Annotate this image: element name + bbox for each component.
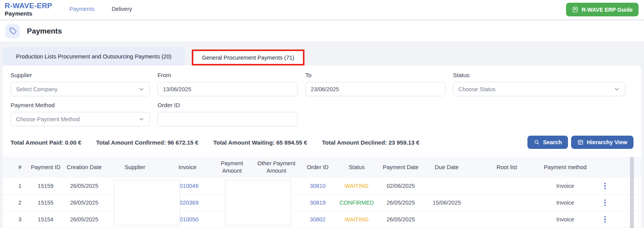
supplier-select-value: Select Company: [16, 86, 57, 92]
col-header-root-list: Root list: [470, 164, 544, 171]
payment-method-label: Payment Method: [11, 102, 150, 108]
total-waiting-value: 65 894.55 €: [276, 139, 307, 146]
order-id-field-group: Order ID: [157, 102, 298, 126]
vertical-scrollbar[interactable]: [630, 157, 634, 228]
total-declined-value: 23 959.13 €: [389, 139, 419, 146]
payment-date-cell: 26/05/2025: [378, 216, 424, 223]
content-card: Supplier Select Company From To Status C…: [3, 65, 641, 228]
total-paid-label: Total Amount Paid:: [11, 139, 64, 146]
table-row: 3 15154 26/05/2025 0010050 30802 WAITING…: [3, 211, 641, 228]
logo-subtitle: Payments: [5, 11, 52, 17]
table-grid-icon: [577, 139, 584, 145]
total-amount-waiting: Total Amount Waiting:65 894.55 €: [213, 139, 309, 146]
col-header-status: Status: [336, 164, 378, 171]
status-badge: WAITING: [336, 182, 378, 190]
tab-production-lists-payments[interactable]: Production Lists Procurement and Outsour…: [3, 47, 185, 65]
to-field-group: To: [305, 72, 446, 96]
status-label: Status: [453, 72, 625, 78]
tag-icon: [9, 27, 17, 35]
col-header-payment-id: Payment ID: [28, 164, 63, 171]
erp-guide-button[interactable]: R-WAVE ERP Guide: [566, 3, 639, 16]
app-header: R-WAVE-ERP Payments Payments Delivery R-…: [0, 0, 644, 19]
col-header-due-date: Due Date: [424, 164, 470, 171]
nav-item-payments[interactable]: Payments: [69, 6, 94, 12]
payment-method-select-value: Choose Payment Method: [16, 116, 80, 122]
order-id-label: Order ID: [157, 102, 298, 108]
total-amount-confirmed: Total Amount Confirmed:96 672.15 €: [96, 139, 200, 146]
total-waiting-label: Total Amount Waiting:: [213, 139, 275, 146]
from-field-group: From: [157, 72, 298, 96]
chevron-down-icon: [138, 116, 145, 122]
search-button-label: Search: [543, 139, 562, 145]
kebab-menu-icon[interactable]: [603, 181, 607, 191]
order-id-link[interactable]: 30819: [300, 199, 336, 207]
table-header-row: # Payment ID Creation Date Supplier Invo…: [3, 157, 641, 178]
col-header-index: #: [11, 164, 28, 171]
status-field-group: Status Choose Status: [453, 72, 625, 96]
col-header-payment-method: Payment method: [544, 164, 587, 171]
col-header-order-id: Order ID: [300, 164, 336, 171]
payment-method-cell: Invoice: [544, 216, 587, 223]
payment-id-cell: 15159: [28, 182, 63, 190]
col-header-payment-amount: Payment Amount: [211, 160, 253, 175]
page-title: Payments: [27, 27, 62, 35]
creation-date-cell: 26/05/2025: [63, 199, 106, 207]
hierarchy-view-button[interactable]: Hierarchy View: [571, 136, 633, 149]
search-icon: [534, 139, 540, 145]
tag-icon-box: [5, 24, 20, 39]
due-date-cell: 15/06/2025: [424, 199, 470, 207]
chevron-down-icon: [138, 86, 145, 92]
order-id-link[interactable]: 30810: [300, 182, 336, 190]
row-index: 1: [11, 182, 28, 190]
total-amount-paid: Total Amount Paid:0.00 €: [11, 139, 83, 146]
filters-form: Supplier Select Company From To Status C…: [3, 72, 641, 126]
status-select-value: Choose Status: [458, 86, 495, 92]
row-index: 2: [11, 199, 28, 207]
nav-item-delivery[interactable]: Delivery: [111, 6, 132, 12]
total-confirmed-label: Total Amount Confirmed:: [96, 139, 166, 146]
payment-method-cell: Invoice: [544, 199, 587, 207]
supplier-select[interactable]: Select Company: [11, 82, 150, 96]
payment-id-cell: 15154: [28, 216, 63, 223]
from-date-input[interactable]: [157, 82, 298, 96]
payment-method-field-group: Payment Method Choose Payment Method: [11, 102, 150, 126]
supplier-label: Supplier: [11, 72, 150, 78]
status-badge: WAITING: [336, 216, 378, 223]
row-index: 3: [11, 216, 28, 223]
col-header-invoice: Invoice: [164, 164, 211, 171]
kebab-menu-icon[interactable]: [603, 198, 607, 208]
col-header-supplier: Supplier: [106, 164, 164, 171]
table-row: 1 15159 26/05/2025 0010046 30810 WAITING…: [3, 178, 641, 194]
creation-date-cell: 26/05/2025: [63, 216, 106, 223]
totals-summary: Total Amount Paid:0.00 € Total Amount Co…: [11, 139, 421, 146]
col-header-creation-date: Creation Date: [63, 164, 106, 171]
chevron-down-icon: [614, 86, 620, 92]
from-label: From: [157, 72, 298, 78]
to-date-input[interactable]: [305, 82, 446, 96]
totals-row: Total Amount Paid:0.00 € Total Amount Co…: [3, 126, 641, 149]
status-badge: CONFIRMED: [336, 199, 378, 207]
main-nav: Payments Delivery: [69, 6, 132, 12]
search-button[interactable]: Search: [527, 136, 568, 149]
col-header-payment-date: Payment Date: [378, 164, 424, 171]
tab-bar: Production Lists Procurement and Outsour…: [3, 47, 641, 65]
to-label: To: [305, 72, 446, 78]
col-header-other-payment-amount: Other Payment Amount: [253, 160, 300, 175]
app-logo[interactable]: R-WAVE-ERP Payments: [5, 2, 52, 17]
book-icon: [572, 6, 579, 13]
payment-date-cell: 02/06/2025: [378, 182, 424, 190]
supplier-field-group: Supplier Select Company: [11, 72, 150, 96]
payment-id-cell: 15155: [28, 199, 63, 207]
payment-date-cell: 26/05/2025: [378, 199, 424, 207]
action-buttons: Search Hierarchy View: [527, 136, 633, 149]
order-id-link[interactable]: 30802: [300, 216, 336, 223]
status-select[interactable]: Choose Status: [453, 82, 625, 96]
total-paid-value: 0.00 €: [65, 139, 81, 146]
kebab-menu-icon[interactable]: [603, 215, 607, 224]
payment-method-cell: Invoice: [544, 182, 587, 190]
hierarchy-view-button-label: Hierarchy View: [587, 139, 627, 145]
payment-method-select[interactable]: Choose Payment Method: [11, 112, 150, 126]
total-declined-label: Total Amount Declined:: [322, 139, 387, 146]
order-id-input[interactable]: [157, 112, 298, 126]
tab-general-procurement-payments[interactable]: General Procurement Payments (71): [192, 49, 304, 65]
